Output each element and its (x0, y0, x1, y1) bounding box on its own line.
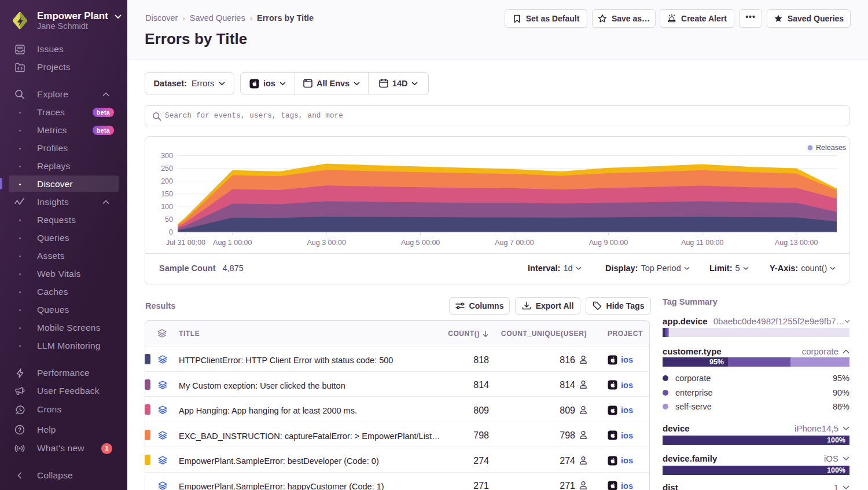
svg-text:250: 250 (161, 164, 173, 173)
svg-text:100: 100 (161, 203, 173, 211)
svg-text:Aug 3 00:00: Aug 3 00:00 (307, 239, 345, 247)
svg-text:Aug 1 00:00: Aug 1 00:00 (213, 239, 252, 247)
svg-text:50: 50 (165, 215, 173, 224)
svg-text:Releases: Releases (816, 144, 846, 152)
svg-text:Aug 9 00:00: Aug 9 00:00 (589, 239, 628, 247)
svg-text:200: 200 (161, 177, 173, 185)
svg-text:0: 0 (169, 228, 173, 236)
svg-text:Jul 31 00:00: Jul 31 00:00 (166, 239, 205, 247)
svg-text:150: 150 (161, 190, 173, 198)
svg-text:?: ? (18, 427, 21, 433)
svg-text:Aug 11 00:00: Aug 11 00:00 (681, 239, 723, 247)
svg-text:300: 300 (161, 152, 173, 160)
svg-text:Aug 7 00:00: Aug 7 00:00 (495, 239, 534, 247)
svg-text:Aug 13 00:00: Aug 13 00:00 (775, 239, 818, 247)
svg-text:Aug 5 00:00: Aug 5 00:00 (401, 239, 440, 247)
